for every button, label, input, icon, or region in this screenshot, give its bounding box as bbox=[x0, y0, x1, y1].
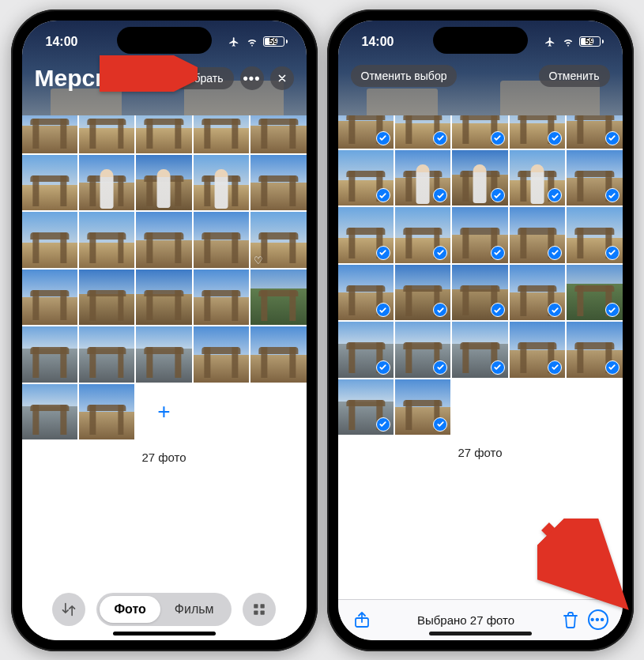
selection-checkmark-icon bbox=[605, 188, 620, 202]
photo-thumbnail[interactable] bbox=[194, 270, 249, 325]
photo-thumbnail[interactable] bbox=[338, 150, 394, 206]
phone-left: 14:00 59 Мерсин Выбрать ••• bbox=[11, 9, 318, 651]
selection-checkmark-icon bbox=[376, 246, 390, 260]
photo-thumbnail[interactable] bbox=[452, 207, 507, 262]
photo-thumbnail[interactable] bbox=[395, 150, 450, 206]
svg-rect-2 bbox=[254, 610, 258, 614]
photo-thumbnail[interactable] bbox=[136, 270, 191, 325]
airplane-mode-icon bbox=[227, 36, 241, 47]
photo-thumbnail[interactable] bbox=[338, 322, 394, 377]
dynamic-island bbox=[117, 27, 212, 54]
segment-film[interactable]: Фильм bbox=[160, 596, 228, 623]
photo-thumbnail[interactable] bbox=[136, 155, 191, 210]
grid-mode-button[interactable] bbox=[243, 593, 276, 626]
selection-checkmark-icon bbox=[548, 360, 562, 375]
photo-thumbnail[interactable] bbox=[22, 270, 77, 325]
photo-thumbnail[interactable] bbox=[567, 150, 622, 206]
selection-checkmark-icon bbox=[433, 303, 447, 317]
photo-thumbnail[interactable] bbox=[510, 150, 565, 206]
photo-thumbnail[interactable] bbox=[250, 270, 306, 325]
photo-thumbnail[interactable] bbox=[194, 326, 249, 382]
photo-thumbnail[interactable] bbox=[338, 379, 394, 435]
photo-thumbnail[interactable] bbox=[567, 322, 622, 377]
selection-checkmark-icon bbox=[548, 303, 562, 317]
photo-thumbnail[interactable] bbox=[194, 212, 249, 267]
photo-thumbnail[interactable] bbox=[567, 207, 622, 262]
photo-thumbnail[interactable] bbox=[452, 322, 507, 377]
selection-checkmark-icon bbox=[491, 188, 505, 202]
share-icon bbox=[352, 610, 371, 629]
add-photo-button[interactable]: + bbox=[136, 384, 191, 439]
wifi-icon bbox=[561, 36, 575, 47]
photo-grid: ♡+ bbox=[22, 98, 307, 439]
selection-checkmark-icon bbox=[376, 417, 390, 432]
photo-thumbnail[interactable] bbox=[567, 265, 622, 320]
selection-checkmark-icon bbox=[433, 188, 447, 202]
photo-thumbnail[interactable] bbox=[510, 322, 565, 377]
selection-checkmark-icon bbox=[433, 246, 447, 260]
photo-count: 27 фото bbox=[338, 435, 623, 466]
more-button[interactable]: ••• bbox=[240, 66, 264, 90]
selection-checkmark-icon bbox=[376, 360, 390, 375]
album-header: Мерсин Выбрать ••• bbox=[22, 63, 307, 98]
photo-thumbnail[interactable] bbox=[338, 265, 394, 320]
deselect-button[interactable]: Отменить выбор bbox=[351, 65, 458, 87]
status-time: 14:00 bbox=[362, 35, 394, 49]
home-indicator[interactable] bbox=[113, 632, 216, 635]
photo-thumbnail[interactable] bbox=[79, 326, 134, 382]
photo-thumbnail[interactable] bbox=[452, 150, 507, 206]
delete-button[interactable] bbox=[561, 610, 580, 629]
selection-checkmark-icon bbox=[433, 131, 447, 145]
photo-thumbnail[interactable] bbox=[395, 322, 450, 377]
album-title: Мерсин bbox=[35, 65, 124, 92]
selection-checkmark-icon bbox=[491, 303, 505, 317]
photo-thumbnail[interactable] bbox=[338, 207, 394, 262]
photo-thumbnail[interactable] bbox=[22, 155, 77, 210]
photo-thumbnail[interactable] bbox=[510, 265, 565, 320]
selection-checkmark-icon bbox=[491, 360, 505, 375]
more-actions-button[interactable]: ••• bbox=[588, 609, 608, 630]
photo-thumbnail[interactable]: ♡ bbox=[250, 212, 306, 267]
selection-checkmark-icon bbox=[548, 131, 562, 145]
selection-checkmark-icon bbox=[548, 246, 562, 260]
close-button[interactable] bbox=[270, 66, 294, 90]
selection-checkmark-icon bbox=[605, 303, 620, 317]
select-button[interactable]: Выбрать bbox=[168, 67, 233, 89]
sort-button[interactable] bbox=[52, 593, 85, 626]
view-mode-segment: Фото Фильм bbox=[96, 593, 231, 626]
wifi-icon bbox=[245, 36, 259, 47]
photo-thumbnail[interactable] bbox=[395, 379, 450, 435]
photo-thumbnail[interactable] bbox=[136, 326, 191, 382]
selection-checkmark-icon bbox=[605, 246, 620, 260]
phone-right: 14:00 59 Отменить выбор Отменить bbox=[327, 9, 634, 651]
close-icon bbox=[277, 73, 288, 84]
share-button[interactable] bbox=[352, 610, 371, 629]
selection-checkmark-icon bbox=[376, 303, 390, 317]
photo-thumbnail[interactable] bbox=[79, 155, 134, 210]
segment-photo[interactable]: Фото bbox=[100, 596, 160, 623]
svg-rect-0 bbox=[254, 604, 258, 608]
cancel-button[interactable]: Отменить bbox=[539, 65, 610, 87]
photo-thumbnail[interactable] bbox=[79, 212, 134, 267]
photo-thumbnail[interactable] bbox=[136, 212, 191, 267]
photo-thumbnail[interactable] bbox=[452, 265, 507, 320]
photo-thumbnail[interactable] bbox=[22, 326, 77, 382]
photo-thumbnail[interactable] bbox=[79, 384, 134, 439]
selection-checkmark-icon bbox=[605, 131, 620, 145]
selection-checkmark-icon bbox=[491, 246, 505, 260]
photo-thumbnail[interactable] bbox=[395, 207, 450, 262]
photo-thumbnail[interactable] bbox=[510, 207, 565, 262]
selection-checkmark-icon bbox=[605, 360, 620, 375]
photo-thumbnail[interactable] bbox=[22, 384, 77, 439]
photo-thumbnail[interactable] bbox=[250, 155, 306, 210]
photo-thumbnail[interactable] bbox=[22, 212, 77, 267]
photo-thumbnail[interactable] bbox=[250, 326, 306, 382]
bottom-controls: Фото Фильм bbox=[22, 593, 307, 626]
photo-thumbnail[interactable] bbox=[395, 265, 450, 320]
photo-count: 27 фото bbox=[22, 439, 307, 470]
home-indicator[interactable] bbox=[429, 632, 532, 635]
photo-thumbnail[interactable] bbox=[194, 155, 249, 210]
selection-header: Отменить выбор Отменить bbox=[338, 63, 623, 93]
selection-checkmark-icon bbox=[433, 417, 447, 432]
photo-thumbnail[interactable] bbox=[79, 270, 134, 325]
